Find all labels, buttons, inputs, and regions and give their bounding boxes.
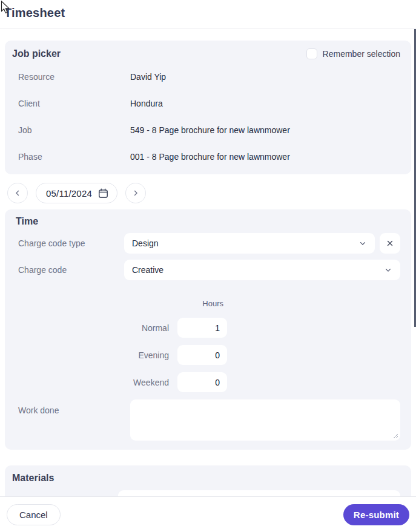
close-icon bbox=[386, 239, 394, 248]
phase-label: Phase bbox=[18, 152, 130, 162]
remember-selection-control[interactable]: Remember selection bbox=[306, 48, 400, 59]
client-label: Client bbox=[18, 99, 130, 108]
date-navigation: 05/11/2024 bbox=[7, 183, 411, 203]
date-field[interactable]: 05/11/2024 bbox=[36, 183, 117, 203]
chevron-down-icon bbox=[358, 239, 367, 248]
weekend-hours-label: Weekend bbox=[25, 378, 169, 387]
hours-row-normal: Normal bbox=[25, 318, 400, 338]
modal-footer: Cancel Re-submit bbox=[0, 496, 416, 532]
resource-label: Resource bbox=[18, 72, 130, 82]
charge-code-label: Charge code bbox=[18, 265, 124, 275]
date-value: 05/11/2024 bbox=[46, 188, 92, 199]
mouse-cursor-icon bbox=[1, 1, 10, 15]
time-section-title: Time bbox=[16, 216, 400, 227]
previous-day-button[interactable] bbox=[7, 183, 28, 203]
calendar-icon[interactable] bbox=[97, 188, 109, 199]
clear-charge-code-button[interactable] bbox=[380, 233, 400, 254]
chevron-right-icon bbox=[131, 189, 140, 197]
hours-grid: Hours Normal Evening Weekend bbox=[25, 299, 400, 392]
job-picker-row-client: Client Hondura bbox=[18, 99, 400, 108]
work-done-label: Work done bbox=[18, 399, 130, 415]
job-picker-card: Job picker Remember selection Resource D… bbox=[5, 41, 411, 174]
job-picker-row-resource: Resource David Yip bbox=[18, 72, 400, 82]
hours-row-weekend: Weekend bbox=[25, 372, 400, 392]
cancel-button[interactable]: Cancel bbox=[7, 504, 61, 525]
hours-column-header: Hours bbox=[25, 299, 227, 308]
resubmit-button[interactable]: Re-submit bbox=[343, 504, 409, 525]
phase-value: 001 - 8 Page brochure for new lawnmower bbox=[130, 152, 290, 162]
chevron-left-icon bbox=[13, 189, 22, 197]
remember-selection-checkbox[interactable] bbox=[306, 48, 317, 59]
charge-code-value: Creative bbox=[132, 265, 163, 275]
next-day-button[interactable] bbox=[125, 183, 146, 203]
job-picker-row-job: Job 549 - 8 Page brochure for new lawnmo… bbox=[18, 125, 400, 135]
charge-code-type-select[interactable]: Design bbox=[124, 233, 375, 254]
work-done-textarea[interactable] bbox=[130, 399, 400, 441]
charge-code-type-value: Design bbox=[132, 238, 159, 248]
timesheet-modal: Timesheet Job picker Remember selection … bbox=[0, 0, 416, 532]
job-picker-row-phase: Phase 001 - 8 Page brochure for new lawn… bbox=[18, 152, 400, 162]
normal-hours-input[interactable] bbox=[177, 318, 227, 338]
job-value: 549 - 8 Page brochure for new lawnmower bbox=[130, 125, 290, 135]
work-done-row: Work done bbox=[18, 399, 400, 441]
materials-section-title: Materials bbox=[12, 473, 400, 484]
chevron-down-icon bbox=[384, 266, 392, 274]
normal-hours-label: Normal bbox=[25, 323, 169, 333]
resource-value: David Yip bbox=[130, 72, 166, 82]
resize-handle-icon[interactable] bbox=[392, 433, 398, 439]
hours-row-evening: Evening bbox=[25, 345, 400, 365]
page-title: Timesheet bbox=[4, 6, 416, 20]
charge-code-type-row: Charge code type Design bbox=[18, 233, 400, 254]
remember-selection-label: Remember selection bbox=[323, 49, 400, 59]
job-picker-title: Job picker bbox=[12, 48, 61, 59]
charge-code-select[interactable]: Creative bbox=[124, 260, 400, 280]
modal-header: Timesheet bbox=[0, 0, 416, 28]
charge-code-type-label: Charge code type bbox=[18, 238, 124, 248]
client-value: Hondura bbox=[130, 99, 163, 108]
charge-code-row: Charge code Creative bbox=[18, 260, 400, 280]
time-card: Time Charge code type Design Charge code… bbox=[5, 209, 411, 450]
job-label: Job bbox=[18, 125, 130, 135]
evening-hours-input[interactable] bbox=[177, 345, 227, 365]
evening-hours-label: Evening bbox=[25, 350, 169, 360]
weekend-hours-input[interactable] bbox=[177, 372, 227, 392]
